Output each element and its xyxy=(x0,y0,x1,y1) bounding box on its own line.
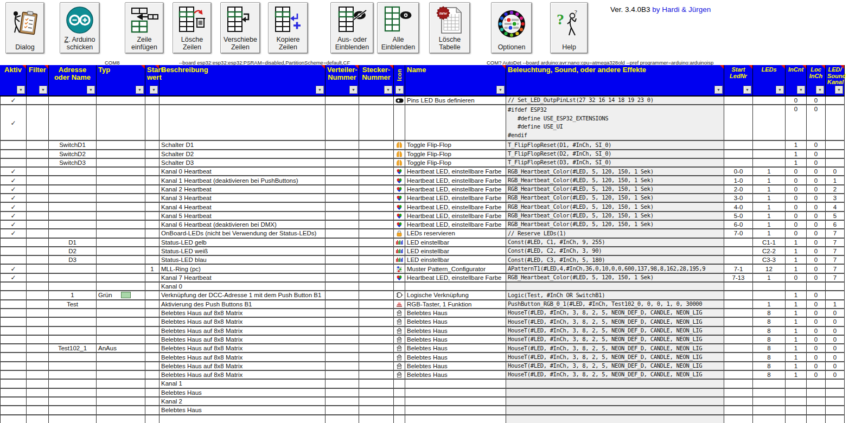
cell-startwert[interactable] xyxy=(145,389,159,396)
cell-name[interactable]: Muster Pattern_Configurator xyxy=(405,265,506,272)
cell-name[interactable]: Heartbeat LED, einstellbare Farbe xyxy=(405,212,506,220)
cell-filter[interactable] xyxy=(27,203,49,210)
cell-stecker[interactable] xyxy=(359,353,394,361)
cell-startwert[interactable] xyxy=(145,203,159,210)
cell-code[interactable]: HouseT(#LED, #InCh, 3, 8, 2, 5, NEON_DEF… xyxy=(506,336,724,343)
house-icon[interactable] xyxy=(394,353,405,361)
house-icon[interactable] xyxy=(394,327,405,335)
cell-startwert[interactable] xyxy=(145,97,159,104)
cell-leds[interactable] xyxy=(753,105,786,140)
cell-filter[interactable] xyxy=(27,141,49,149)
cell-icon[interactable] xyxy=(394,283,405,290)
cell-stecker[interactable] xyxy=(359,300,394,308)
cell-stecker[interactable] xyxy=(359,398,394,405)
cell-verteiler[interactable] xyxy=(326,274,359,281)
cell-typ[interactable] xyxy=(97,185,145,193)
cell-typ[interactable] xyxy=(97,247,145,255)
cell-leds[interactable]: 8 xyxy=(753,371,786,379)
cell-filter[interactable] xyxy=(27,362,49,370)
show-all-rows-button[interactable]: Alle Einblenden xyxy=(377,2,419,54)
cell-start_lednr[interactable] xyxy=(724,327,753,335)
heartbeat-icon[interactable] xyxy=(394,212,405,220)
cell-incnt[interactable]: 0 xyxy=(786,185,807,193)
cell-adresse[interactable] xyxy=(49,389,97,396)
cell-name[interactable]: Belebtes Haus xyxy=(405,318,506,325)
cell-adresse[interactable] xyxy=(49,274,97,281)
cell-kanal[interactable]: 0 xyxy=(826,344,845,352)
logic-icon[interactable] xyxy=(394,291,405,299)
cell-loc_inch[interactable]: 0 xyxy=(807,150,826,158)
cell-filter[interactable] xyxy=(27,406,49,414)
cell-aktiv[interactable] xyxy=(0,309,27,317)
cell-incnt[interactable]: 1 xyxy=(786,265,807,272)
cell-kanal[interactable]: 0 xyxy=(826,371,845,379)
cell-typ[interactable] xyxy=(97,406,145,414)
cell-aktiv[interactable] xyxy=(0,389,27,396)
cell-name[interactable] xyxy=(405,406,506,414)
cell-filter[interactable] xyxy=(27,291,49,299)
cell-verteiler[interactable] xyxy=(326,309,359,317)
cell-typ[interactable] xyxy=(97,318,145,325)
cell-startwert[interactable]: 1 xyxy=(145,265,159,272)
cell-kanal[interactable]: 0 xyxy=(826,353,845,361)
dialog-button[interactable]: Dialog xyxy=(5,2,44,54)
cell-code[interactable]: Const(#LED, C2, #InCh, 3, 90) xyxy=(506,247,724,255)
cell-startwert[interactable] xyxy=(145,141,159,149)
cell-code[interactable]: #ifdef ESP32 #define USE_ESP32_EXTENSION… xyxy=(506,105,724,140)
cell-beschreibung[interactable]: OnBoard-LEDs (nicht bei Verwendung der S… xyxy=(159,229,326,237)
cell-stecker[interactable] xyxy=(359,194,394,202)
cell-leds[interactable]: 8 xyxy=(753,353,786,361)
cell-aktiv[interactable] xyxy=(0,353,27,361)
cell-beschreibung[interactable]: Belebtes Haus auf 8x8 Matrix xyxy=(159,371,326,379)
cell-aktiv[interactable] xyxy=(0,371,27,379)
cell-startwert[interactable] xyxy=(145,239,159,246)
cell-start_lednr[interactable] xyxy=(724,398,753,405)
cell-stecker[interactable] xyxy=(359,318,394,325)
cell-typ[interactable] xyxy=(97,141,145,149)
cell-start_lednr[interactable] xyxy=(724,318,753,325)
cell-start_lednr[interactable]: 2-0 xyxy=(724,185,753,193)
cell-icon[interactable] xyxy=(394,389,405,396)
cell-code[interactable] xyxy=(506,398,724,405)
cell-incnt[interactable]: 1 xyxy=(786,300,807,308)
cell-beschreibung[interactable]: Schalter D3 xyxy=(159,159,326,166)
cell-verteiler[interactable] xyxy=(326,229,359,237)
cell-beschreibung[interactable]: Kanal 2 xyxy=(159,398,326,405)
cell-typ[interactable]: AnAus xyxy=(97,344,145,352)
cell-loc_inch[interactable]: 0 xyxy=(807,327,826,335)
cell-leds[interactable]: 1 xyxy=(753,168,786,175)
cell-leds[interactable] xyxy=(753,389,786,396)
cell-incnt[interactable]: 0 xyxy=(786,105,807,140)
cell-adresse[interactable]: SwitchD2 xyxy=(49,150,97,158)
cell-name[interactable]: Heartbeat LED, einstellbare Farbe xyxy=(405,274,506,281)
cell-stecker[interactable] xyxy=(359,239,394,246)
cell-filter[interactable] xyxy=(27,150,49,158)
cell-verteiler[interactable] xyxy=(326,389,359,396)
cell-code[interactable]: HouseT(#LED, #InCh, 3, 8, 2, 5, NEON_DEF… xyxy=(506,318,724,325)
cell-incnt[interactable]: 1 xyxy=(786,371,807,379)
cell-verteiler[interactable] xyxy=(326,344,359,352)
cell-beschreibung[interactable]: Belebtes Haus xyxy=(159,389,326,396)
cell-aktiv[interactable] xyxy=(0,300,27,308)
cell-loc_inch[interactable]: 0 xyxy=(807,203,826,210)
cell-name[interactable]: Heartbeat LED, einstellbare Farbe xyxy=(405,185,506,193)
cell-verteiler[interactable] xyxy=(326,159,359,166)
cell-incnt[interactable]: 1 xyxy=(786,344,807,352)
cell-leds[interactable]: 1 xyxy=(753,229,786,237)
cell-incnt[interactable] xyxy=(786,398,807,405)
cell-loc_inch[interactable] xyxy=(807,380,826,387)
cell-stecker[interactable] xyxy=(359,327,394,335)
filter-dropdown-verteiler[interactable]: ▼ xyxy=(349,86,358,94)
cell-stecker[interactable] xyxy=(359,159,394,166)
cell-beschreibung[interactable]: Belebtes Haus auf 8x8 Matrix xyxy=(159,344,326,352)
cell-start_lednr[interactable]: 3-0 xyxy=(724,194,753,202)
cell-icon[interactable] xyxy=(394,415,405,423)
cell-leds[interactable] xyxy=(753,380,786,387)
cell-name[interactable]: Toggle Flip-Flop xyxy=(405,159,506,166)
cell-loc_inch[interactable]: 0 xyxy=(807,212,826,220)
cell-verteiler[interactable] xyxy=(326,283,359,290)
filter-dropdown-typ[interactable]: ▼ xyxy=(136,86,144,94)
cell-beschreibung[interactable]: Kanal 0 xyxy=(159,283,326,290)
cell-loc_inch[interactable]: 0 xyxy=(807,159,826,166)
cell-startwert[interactable] xyxy=(145,274,159,281)
